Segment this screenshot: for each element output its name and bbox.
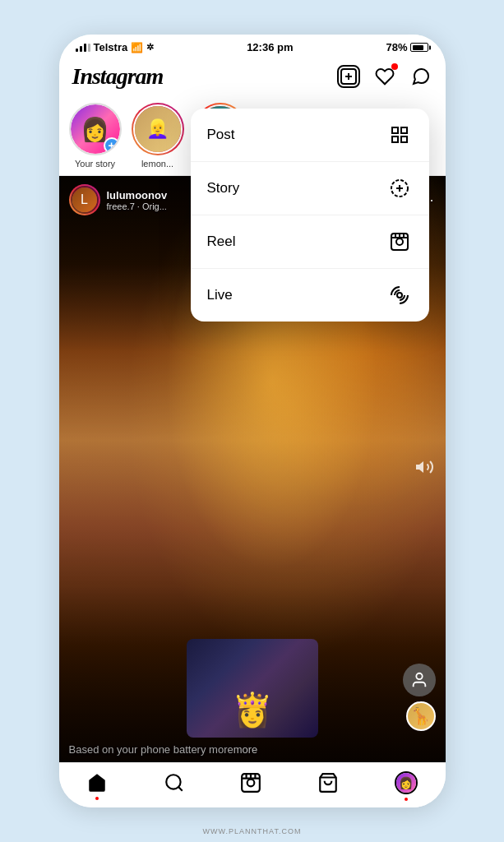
dropdown-post-label: Post — [207, 127, 235, 143]
svg-point-12 — [396, 238, 403, 245]
story-add-icon — [386, 175, 413, 201]
dropdown-post[interactable]: Post — [191, 109, 429, 162]
website-url: WWW.PLANNTHAT.COM — [0, 827, 504, 835]
phone-frame: Telstra 📶 ✲ 12:36 pm 78% Instagram — [59, 35, 446, 807]
svg-rect-7 — [401, 136, 407, 142]
dropdown-overlay: Post Story — [59, 35, 446, 807]
dropdown-live[interactable]: Live — [191, 269, 429, 322]
svg-rect-5 — [401, 127, 407, 133]
svg-point-17 — [397, 293, 402, 298]
dropdown-menu: Post Story — [191, 109, 429, 322]
dropdown-story-label: Story — [207, 180, 240, 197]
svg-rect-4 — [392, 127, 398, 133]
dropdown-reel-label: Reel — [207, 234, 236, 250]
live-icon — [386, 282, 413, 308]
dropdown-live-label: Live — [207, 287, 233, 303]
reel-icon — [386, 229, 413, 255]
dropdown-reel[interactable]: Reel — [191, 215, 429, 269]
dropdown-story[interactable]: Story — [191, 162, 429, 215]
grid-icon — [386, 122, 413, 148]
svg-rect-6 — [392, 136, 398, 142]
